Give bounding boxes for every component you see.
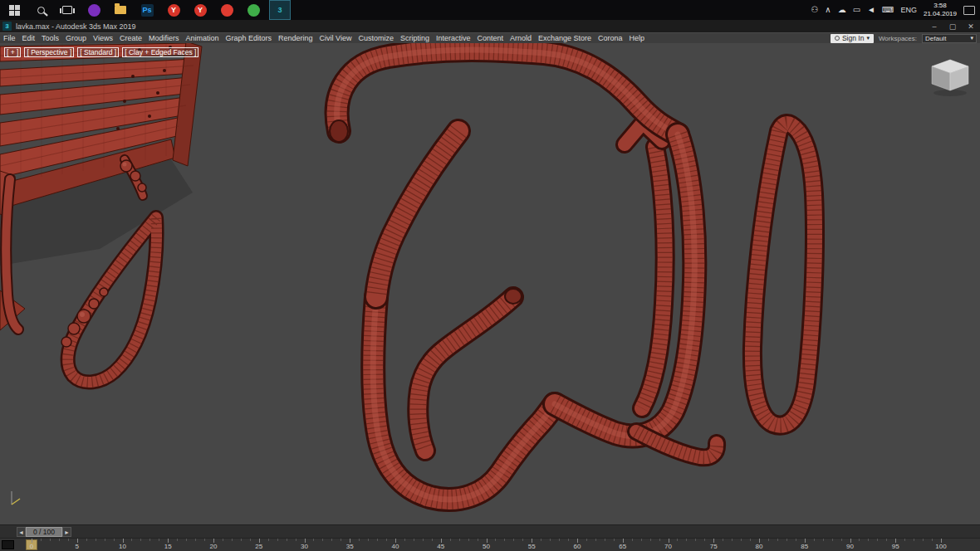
prev-frame-button[interactable]: ◄ [17,527,26,537]
clock[interactable]: 3:58 21.04.2019 [924,2,957,17]
next-frame-button[interactable]: ► [62,527,71,537]
ruler-tick [59,539,60,541]
menu-edit[interactable]: Edit [19,34,39,42]
ruler-tick [313,539,314,541]
menu-graph-editors[interactable]: Graph Editors [222,34,275,42]
clock-time: 3:58 [924,2,957,10]
sign-in-button[interactable]: Sign In ▾ [831,34,874,43]
viewport-label-segment-1[interactable]: [ Perspective ] [24,47,74,57]
ruler-label: 55 [528,543,536,550]
taskbar-apps: PsYY3 [3,0,291,20]
menu-exchange-store[interactable]: Exchange Store [535,34,595,42]
app-photoshop-icon: Ps [141,4,154,17]
ruler-tick [468,539,469,541]
menu-interactive[interactable]: Interactive [433,34,474,42]
ruler-tick [586,539,587,541]
ruler-tick [841,539,842,541]
ruler-tick [723,539,723,541]
time-slider-track[interactable]: ◄ 0 / 100 ► [0,524,980,538]
menu-create[interactable]: Create [116,34,145,42]
ruler-tick [268,539,269,541]
ruler-tick [559,539,560,541]
ruler-tick [86,539,87,541]
display-icon[interactable]: ▭ [853,0,860,20]
volume-icon[interactable]: ◄ [867,0,875,20]
ruler-tick [904,539,905,541]
workspace-select[interactable]: Default ▾ [922,34,977,43]
app-green[interactable] [243,0,264,20]
keyboard-icon[interactable]: ⌨ [882,0,894,20]
app-yandex-2[interactable]: Y [189,0,211,20]
app-green-icon [247,4,260,17]
ruler-tick [796,539,796,541]
chair-frame-model[interactable] [330,50,717,500]
menu-animation[interactable]: Animation [182,34,222,42]
ruler-label: 90 [846,543,854,550]
ruler-tick [68,539,69,541]
viewport-canvas[interactable] [0,43,980,524]
cloud-icon[interactable]: ☁ [838,0,846,20]
ruler-tick [823,539,824,541]
ruler-tick [177,539,178,541]
app-photoshop[interactable]: Ps [136,0,158,20]
app-3dsmax[interactable]: 3 [269,0,291,20]
ruler-label: 95 [892,543,899,550]
timeline-ruler[interactable]: 0510152025303540455055606570758085909510… [0,538,980,551]
close-button[interactable]: ✕ [962,20,980,32]
menu-file[interactable]: File [0,34,19,42]
sign-in-label: Sign In [842,34,864,42]
timeline-lock-button[interactable] [2,540,14,549]
app-yandex-1[interactable]: Y [163,0,184,20]
ruler-tick [786,539,787,541]
menu-help[interactable]: Help [626,34,649,42]
ruler-label: 10 [119,543,126,550]
ruler-tick [105,539,105,541]
start-button[interactable] [3,0,25,20]
menu-scripting[interactable]: Scripting [397,34,433,42]
maximize-button[interactable]: ▢ [943,20,962,32]
language-indicator[interactable]: ENG [900,6,917,14]
right-loop-model[interactable] [752,124,815,426]
menu-corona[interactable]: Corona [595,34,626,42]
viewcube[interactable] [932,60,968,96]
minimize-button[interactable]: – [925,20,943,32]
menu-views[interactable]: Views [90,34,116,42]
ruler-tick [495,539,496,541]
ruler-tick [877,539,878,541]
axis-gizmo-icon [12,491,20,505]
viewport-label-segment-2[interactable]: [ Standard ] [77,47,119,57]
menu-customize[interactable]: Customize [355,34,397,42]
menu-arnold[interactable]: Arnold [507,34,535,42]
chevron-up-icon[interactable]: ∧ [825,0,831,20]
menu-group[interactable]: Group [62,34,90,42]
app-red[interactable] [216,0,238,20]
time-slider-label[interactable]: 0 / 100 [26,527,62,537]
people-icon[interactable]: ⚇ [811,0,818,20]
time-slider-thumb[interactable]: ◄ 0 / 100 ► [17,527,71,537]
menu-items: FileEditToolsGroupViewsCreateModifiersAn… [0,34,648,42]
ruler-tick [250,539,251,541]
viewport[interactable]: [ + ][ Perspective ][ Standard ][ Clay +… [0,43,980,524]
system-tray: ⚇∧☁▭◄⌨ ENG 3:58 21.04.2019 [811,0,977,20]
viewport-label-segment-0[interactable]: [ + ] [4,47,21,57]
task-view-button[interactable] [56,0,78,20]
menu-content[interactable]: Content [473,34,507,42]
menu-civil-view[interactable]: Civil View [316,34,355,42]
viewport-label-segment-3[interactable]: [ Clay + Edged Faces ] [122,47,198,57]
menu-rendering[interactable]: Rendering [275,34,316,42]
menu-tools[interactable]: Tools [38,34,62,42]
ruler-label: 45 [437,543,444,550]
search-button[interactable] [30,0,51,20]
ruler-tick [768,539,769,541]
ruler-tick [695,539,696,541]
app-purple[interactable] [83,0,105,20]
ruler-tick [423,539,424,541]
menu-modifiers[interactable]: Modifiers [145,34,183,42]
ruler-tick [478,539,478,541]
clock-date: 21.04.2019 [924,10,957,18]
windows-taskbar: PsYY3 ⚇∧☁▭◄⌨ ENG 3:58 21.04.2019 [0,0,980,20]
ruler-label: 60 [574,543,581,550]
app-explorer[interactable] [110,0,131,20]
ruler-tick [605,539,605,541]
notification-center-icon[interactable] [963,6,975,15]
